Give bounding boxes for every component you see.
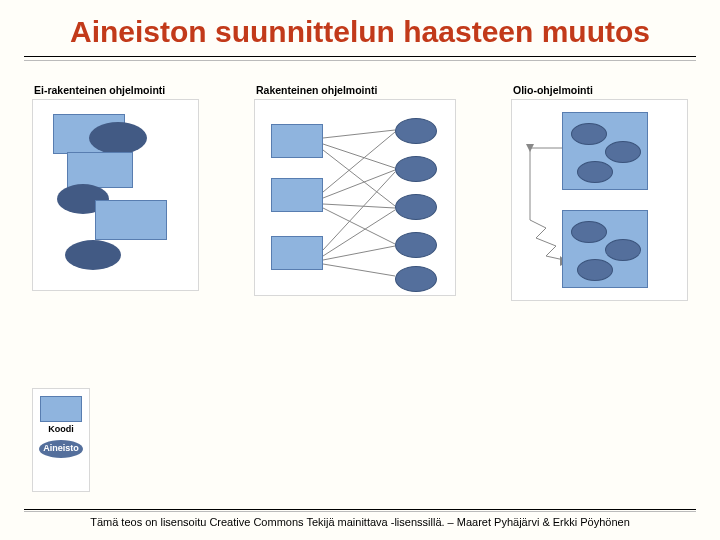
panel-title: Rakenteinen ohjelmointi — [256, 84, 456, 96]
legend-box: Koodi Aineisto — [32, 388, 90, 492]
legend: Koodi Aineisto — [32, 388, 90, 492]
footer: Tämä teos on lisensoitu Creative Commons… — [24, 509, 696, 528]
panel-box — [32, 99, 199, 291]
legend-data-label: Aineisto — [39, 440, 83, 458]
panel-title: Olio-ohjelmointi — [513, 84, 688, 96]
svg-line-5 — [323, 204, 395, 208]
diagram-row: Ei-rakenteinen ohjelmointi Rakenteinen o… — [0, 76, 720, 301]
svg-line-1 — [323, 144, 395, 168]
svg-line-8 — [323, 210, 395, 256]
panel-title: Ei-rakenteinen ohjelmointi — [34, 84, 199, 96]
panel-oo: Olio-ohjelmointi — [511, 84, 688, 301]
svg-line-10 — [323, 264, 395, 276]
slide-title: Aineiston suunnittelun haasteen muutos — [0, 0, 720, 56]
panel-box — [511, 99, 688, 301]
panel-structured: Rakenteinen ohjelmointi — [254, 84, 456, 301]
svg-line-9 — [323, 246, 395, 260]
title-divider — [24, 56, 696, 64]
panel-box — [254, 99, 456, 296]
panel-unstructured: Ei-rakenteinen ohjelmointi — [32, 84, 199, 301]
legend-code-label: Koodi — [33, 424, 89, 434]
svg-line-0 — [323, 130, 395, 138]
legend-code-shape — [40, 396, 82, 422]
svg-line-2 — [323, 150, 395, 206]
footer-text: Tämä teos on lisensoitu Creative Commons… — [24, 516, 696, 528]
